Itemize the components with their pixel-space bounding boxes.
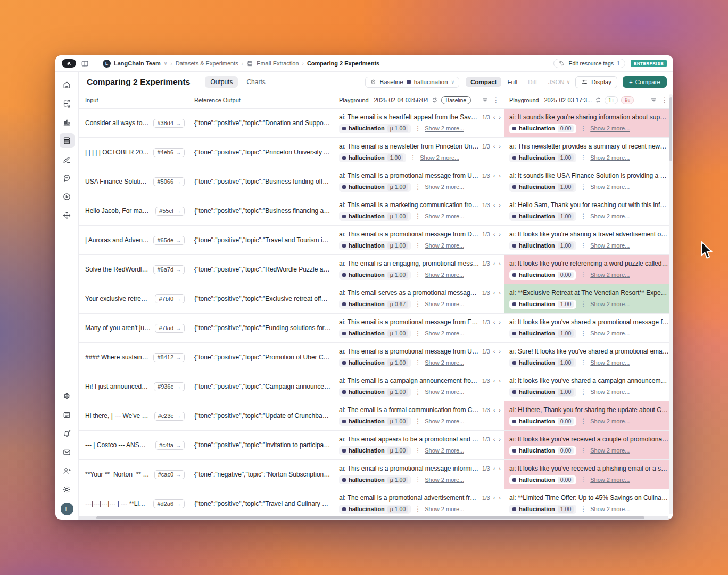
sidebar-item-feedback[interactable] <box>60 445 75 459</box>
table-row[interactable]: USA Finance Solution offer... #5066→ {"t… <box>79 167 673 196</box>
edit-resource-tags-button[interactable]: Edit resource tags 1 <box>553 59 625 68</box>
sidebar-item-notifications[interactable] <box>60 426 75 441</box>
improved-count-badge[interactable]: 1↑ <box>605 96 618 104</box>
hallucination-score-badge[interactable]: hallucinationµ 1.00 <box>339 417 411 426</box>
sidebar-item-prompts[interactable] <box>60 170 75 185</box>
chevron-down-icon[interactable]: ∨ <box>164 61 168 66</box>
show-more-link[interactable]: Show 2 more... <box>425 418 464 424</box>
kebab-icon[interactable]: ⋮ <box>580 447 586 454</box>
hallucination-score-badge[interactable]: hallucination1.00 <box>509 358 576 367</box>
show-more-link[interactable]: Show 2 more... <box>590 447 630 454</box>
table-row[interactable]: Hello Jacob, For many small... #55cf→ {"… <box>79 196 673 226</box>
hallucination-score-badge[interactable]: hallucinationµ 1.00 <box>339 446 411 455</box>
show-more-link[interactable]: Show 2 more... <box>590 506 630 512</box>
prev-repetition-button[interactable]: ‹ <box>493 495 496 501</box>
show-more-link[interactable]: Show 2 more... <box>590 418 630 424</box>
kebab-icon[interactable]: ⋮ <box>415 272 421 278</box>
show-more-link[interactable]: Show 2 more... <box>425 359 464 366</box>
kebab-icon[interactable]: ⋮ <box>580 154 586 161</box>
scrollbar-thumb[interactable] <box>669 97 672 161</box>
hallucination-score-badge[interactable]: hallucination1.00 <box>339 153 406 162</box>
hallucination-score-badge[interactable]: hallucination1.00 <box>509 300 576 309</box>
prev-repetition-button[interactable]: ‹ <box>493 231 496 237</box>
prev-repetition-button[interactable]: ‹ <box>493 319 496 325</box>
next-repetition-button[interactable]: › <box>498 348 501 355</box>
mode-full[interactable]: Full <box>502 77 522 87</box>
hallucination-score-badge[interactable]: hallucination1.00 <box>509 212 576 221</box>
example-id-link[interactable]: #936c→ <box>154 382 185 391</box>
kebab-icon[interactable]: ⋮ <box>580 330 586 336</box>
kebab-icon[interactable]: ⋮ <box>415 477 421 483</box>
kebab-icon[interactable]: ⋮ <box>580 272 586 278</box>
table-row[interactable]: Solve the RedWordle We kn... #6a7d→ {"to… <box>79 255 673 284</box>
sidebar-item-deployments[interactable] <box>60 208 75 223</box>
show-more-link[interactable]: Show 2 more... <box>425 272 464 278</box>
show-more-link[interactable]: Show 2 more... <box>590 272 630 278</box>
column-header-input[interactable]: Input <box>79 92 190 108</box>
next-repetition-button[interactable]: › <box>498 143 501 150</box>
hallucination-score-badge[interactable]: hallucination1.00 <box>509 505 576 514</box>
example-id-link[interactable]: #7fad→ <box>155 324 185 333</box>
kebab-icon[interactable]: ⋮ <box>415 125 421 132</box>
next-repetition-button[interactable]: › <box>498 319 501 325</box>
sidebar-item-annotation-queues[interactable] <box>60 152 75 167</box>
kebab-icon[interactable]: ⋮ <box>415 242 421 249</box>
hallucination-score-badge[interactable]: hallucination1.00 <box>509 183 576 192</box>
show-more-link[interactable]: Show 2 more... <box>425 506 464 512</box>
sidebar-item-playground[interactable] <box>60 189 75 204</box>
next-repetition-button[interactable]: › <box>498 172 501 179</box>
table-row[interactable]: | Auroras and Adventure A... #65de→ {"to… <box>79 226 673 255</box>
json-format-dropdown[interactable]: JSON ∨ <box>548 79 570 85</box>
mode-diff[interactable]: Diff <box>523 77 542 87</box>
example-id-link[interactable]: #8412→ <box>153 353 185 362</box>
prev-repetition-button[interactable]: ‹ <box>493 202 496 208</box>
example-id-link[interactable]: #38d4→ <box>153 119 185 128</box>
table-row[interactable]: Many of you aren't just runn... #7fad→ {… <box>79 314 673 343</box>
prev-repetition-button[interactable]: ‹ <box>493 407 496 413</box>
collapse-sidebar-icon[interactable] <box>81 60 89 68</box>
kebab-icon[interactable]: ⋮ <box>415 359 421 366</box>
table-row[interactable]: Hi there, | --- We've update... #c23c→ {… <box>79 401 673 431</box>
example-id-link[interactable]: #c4fa→ <box>155 441 185 450</box>
hallucination-score-badge[interactable]: hallucination0.00 <box>509 270 576 280</box>
kebab-icon[interactable]: ⋮ <box>661 97 668 103</box>
open-comparison-icon[interactable] <box>595 97 601 103</box>
hallucination-score-badge[interactable]: hallucinationµ 1.00 <box>339 475 411 484</box>
show-more-link[interactable]: Show 2 more... <box>590 359 630 366</box>
prev-repetition-button[interactable]: ‹ <box>493 172 496 179</box>
horizontal-scrollbar[interactable] <box>79 516 668 520</box>
hallucination-score-badge[interactable]: hallucination0.00 <box>509 417 576 426</box>
kebab-icon[interactable]: ⋮ <box>415 418 421 424</box>
kebab-icon[interactable]: ⋮ <box>415 213 421 219</box>
user-avatar[interactable]: L <box>61 503 73 515</box>
kebab-icon[interactable]: ⋮ <box>580 359 586 366</box>
table-row[interactable]: ---|---|---|--- | --- **Limite... #d2a6→… <box>79 489 673 519</box>
baseline-metric-dropdown[interactable]: Baseline hallucination ∨ <box>365 77 460 88</box>
example-id-link[interactable]: #cac0→ <box>154 470 185 479</box>
example-id-link[interactable]: #c23c→ <box>154 412 185 421</box>
example-id-link[interactable]: #5066→ <box>153 177 185 186</box>
langsmith-logo-icon[interactable] <box>62 59 76 68</box>
prev-repetition-button[interactable]: ‹ <box>493 348 496 355</box>
table-row[interactable]: | | | | | OCTOBER 2023, VOL... #4eb6→ {"… <box>79 138 673 167</box>
show-more-link[interactable]: Show 2 more... <box>590 477 630 483</box>
kebab-icon[interactable]: ⋮ <box>580 418 586 424</box>
next-repetition-button[interactable]: › <box>498 114 501 120</box>
column-header-experiment-1[interactable]: Playground - 2025-02-04 03:56:04 Baselin… <box>335 92 504 108</box>
kebab-icon[interactable]: ⋮ <box>415 447 421 454</box>
example-id-link[interactable]: #d2a6→ <box>153 499 185 508</box>
hallucination-score-badge[interactable]: hallucination1.00 <box>509 329 576 338</box>
breadcrumb-datasets[interactable]: Datasets & Experiments <box>176 60 238 67</box>
vertical-scrollbar[interactable] <box>669 94 673 514</box>
hallucination-score-badge[interactable]: hallucinationµ 1.00 <box>339 270 411 280</box>
sidebar-item-datasets[interactable] <box>60 133 75 148</box>
kebab-icon[interactable]: ⋮ <box>493 97 499 103</box>
show-more-link[interactable]: Show 2 more... <box>590 154 630 161</box>
compare-button[interactable]: + Compare <box>623 76 667 88</box>
example-id-link[interactable]: #55cf→ <box>155 207 185 216</box>
next-repetition-button[interactable]: › <box>498 495 501 501</box>
prev-repetition-button[interactable]: ‹ <box>493 260 496 267</box>
next-repetition-button[interactable]: › <box>498 377 501 384</box>
sidebar-item-settings[interactable] <box>60 389 75 404</box>
kebab-icon[interactable]: ⋮ <box>415 330 421 336</box>
